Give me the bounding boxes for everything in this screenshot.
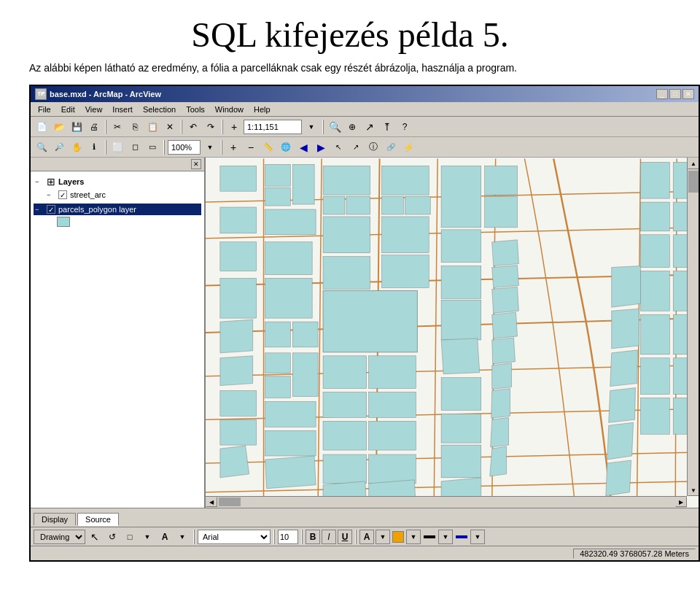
select-button[interactable]: ⤒ (379, 119, 395, 135)
page-subtitle: Az alábbi képen látható az eredmény, a f… (29, 62, 671, 74)
redo-button[interactable]: ↷ (203, 119, 219, 135)
dropdown-text-btn[interactable]: ▼ (174, 529, 190, 545)
menu-file[interactable]: File (34, 104, 55, 115)
copy-button[interactable]: ⎘ (127, 119, 143, 135)
menu-edit[interactable]: Edit (57, 104, 79, 115)
svg-rect-46 (265, 278, 313, 318)
scroll-up-button[interactable]: ▲ (688, 158, 699, 169)
measure-btn[interactable]: 📏 (260, 139, 276, 155)
svg-rect-62 (292, 353, 318, 397)
scroll-down-button[interactable]: ▼ (688, 484, 699, 496)
rotate-btn[interactable]: ↺ (104, 529, 120, 545)
identify-tool-btn[interactable]: ⓘ (365, 139, 381, 155)
layers-expand-icon: − (35, 178, 44, 185)
forward-btn[interactable]: ▶ (313, 139, 329, 155)
identify-btn[interactable]: ℹ (86, 139, 102, 155)
font-size-input[interactable]: 10 (278, 530, 298, 544)
toc-layers-root[interactable]: − ⊞ Layers (34, 174, 201, 189)
map-scrollbar-horizontal[interactable]: ◀ ▶ (206, 496, 687, 508)
parcels-checkbox[interactable]: ✓ (47, 205, 55, 214)
menu-selection[interactable]: Selection (139, 104, 180, 115)
zoom-percent-input[interactable] (168, 140, 201, 155)
shadow-dropdown-btn[interactable]: ▼ (470, 530, 485, 544)
zoom-out-btn[interactable]: 🔎 (51, 139, 67, 155)
svg-marker-85 (492, 240, 519, 266)
delete-button[interactable]: ✕ (162, 119, 178, 135)
underline-button[interactable]: U (338, 530, 352, 544)
pan-btn[interactable]: ✋ (69, 139, 85, 155)
help-button[interactable]: ? (397, 119, 413, 135)
select-area-btn[interactable]: ↗ (348, 139, 364, 155)
menu-view[interactable]: View (81, 104, 107, 115)
rectangle-btn[interactable]: □ (122, 529, 138, 545)
menu-tools[interactable]: Tools (182, 104, 209, 115)
toc-parcels-polygon[interactable]: − ✓ parcels_polygon layer (34, 204, 201, 215)
street-arc-group: − ✓ street_arc (34, 189, 201, 201)
scale-dropdown[interactable]: ▼ (303, 119, 319, 135)
text-btn[interactable]: A (157, 529, 173, 545)
italic-button[interactable]: I (322, 530, 336, 544)
dropdown-draw-btn[interactable]: ▼ (139, 529, 155, 545)
hyperlink-btn[interactable]: 🔗 (383, 139, 399, 155)
zoom-pct-dropdown[interactable]: ▼ (202, 139, 218, 155)
select-draw-btn[interactable]: ↖ (87, 529, 103, 545)
menu-window[interactable]: Window (211, 104, 248, 115)
bold-button[interactable]: B (306, 530, 320, 544)
full-extent-button[interactable]: ⊕ (344, 119, 360, 135)
font-selector[interactable]: Arial (198, 530, 271, 544)
svg-marker-56 (441, 338, 480, 374)
zoom-in-btn[interactable]: 🔍 (34, 139, 50, 155)
parcels-expand-icon: − (35, 206, 44, 213)
font-color-button[interactable]: A (359, 530, 374, 544)
line-color-swatch[interactable] (424, 535, 435, 538)
zoom-full-btn[interactable]: ⬜ (109, 139, 125, 155)
line-color-dropdown-btn[interactable]: ▼ (438, 530, 453, 544)
display-tab[interactable]: Display (34, 513, 76, 525)
open-button[interactable]: 📂 (51, 119, 67, 135)
svg-rect-61 (265, 376, 291, 398)
paste-button[interactable]: 📋 (144, 119, 160, 135)
back-btn[interactable]: ◀ (295, 139, 311, 155)
scale-input[interactable]: 1:11,151 (244, 120, 302, 134)
maximize-button[interactable]: □ (669, 89, 681, 99)
undo-button[interactable]: ↶ (185, 119, 201, 135)
add-data-button[interactable]: + (226, 119, 242, 135)
scroll-right-button[interactable]: ▶ (675, 497, 687, 507)
map-area[interactable]: ▲ ▼ ◀ ▶ (206, 158, 699, 508)
color-dropdown-btn[interactable]: ▼ (376, 530, 390, 544)
cut-button[interactable]: ✂ (109, 119, 125, 135)
scroll-thumb-h[interactable] (219, 497, 241, 506)
close-button[interactable]: ✕ (682, 89, 694, 99)
svg-marker-90 (492, 363, 512, 390)
new-button[interactable]: 📄 (34, 119, 50, 135)
arrow-button[interactable]: ↗ (362, 119, 378, 135)
menu-insert[interactable]: Insert (108, 104, 137, 115)
magnifier-button[interactable]: 🔍 (327, 119, 343, 135)
drawing-dropdown[interactable]: Drawing (34, 530, 85, 544)
zoom-in-fixed-btn[interactable]: + (225, 139, 241, 155)
source-tab[interactable]: Source (77, 513, 119, 526)
minimize-button[interactable]: _ (656, 89, 668, 99)
menu-help[interactable]: Help (249, 104, 275, 115)
print-button[interactable]: 🖨 (86, 119, 102, 135)
zoom-selection-btn[interactable]: ▭ (144, 139, 160, 155)
zoom-layer-btn[interactable]: ◻ (127, 139, 143, 155)
zoom-out-fixed-btn[interactable]: − (243, 139, 259, 155)
arcmap-window: 🗺 base.mxd - ArcMap - ArcView _ □ ✕ File… (29, 85, 700, 562)
select-features-btn[interactable]: ↖ (330, 139, 346, 155)
fill-color-swatch[interactable] (392, 531, 404, 543)
toc-street-arc[interactable]: − ✓ street_arc (45, 189, 201, 201)
street-arc-checkbox[interactable]: ✓ (58, 190, 67, 199)
fill-color-dropdown-btn[interactable]: ▼ (406, 530, 421, 544)
save-button[interactable]: 💾 (69, 119, 85, 135)
svg-rect-18 (265, 187, 291, 206)
find-btn[interactable]: 🌐 (278, 139, 294, 155)
map-scrollbar-vertical[interactable]: ▲ ▼ (687, 158, 699, 496)
drawing-sep-3 (301, 530, 303, 544)
shadow-color-swatch[interactable] (456, 535, 467, 538)
html-popup-btn[interactable]: ⚡ (400, 139, 416, 155)
svg-rect-34 (382, 217, 429, 253)
scroll-left-button[interactable]: ◀ (206, 497, 217, 507)
scroll-thumb-v[interactable] (688, 171, 699, 193)
toc-close-button[interactable]: ✕ (191, 159, 201, 169)
